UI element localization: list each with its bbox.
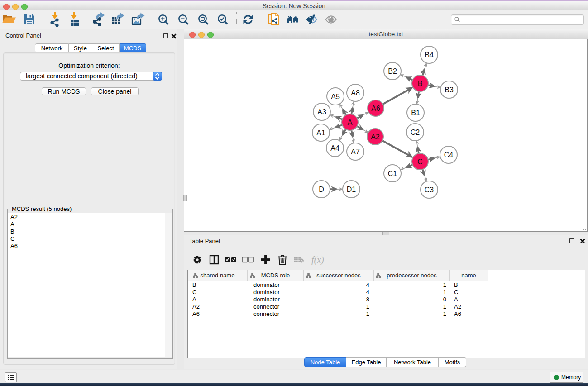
svg-text:A: A [348,119,353,126]
svg-text:A3: A3 [317,108,326,116]
svg-text:D1: D1 [347,186,356,193]
svg-text:B1: B1 [411,109,420,117]
svg-text:D: D [319,186,324,193]
svg-text:B3: B3 [445,86,454,94]
svg-text:A2: A2 [371,133,380,141]
svg-text:C: C [417,158,423,166]
svg-text:C2: C2 [411,129,420,136]
svg-text:A6: A6 [371,105,380,112]
svg-text:f(x): f(x) [311,255,324,265]
svg-text:B2: B2 [388,67,397,75]
svg-text:A7: A7 [351,148,360,156]
svg-text:A8: A8 [351,89,360,97]
svg-text:B4: B4 [425,51,434,59]
svg-text:C1: C1 [388,170,397,177]
svg-text:C3: C3 [425,186,434,194]
svg-text:B: B [418,80,423,87]
svg-text:A4: A4 [330,144,339,152]
svg-text:A5: A5 [331,93,340,100]
svg-text:C4: C4 [444,151,454,159]
svg-text:A1: A1 [316,129,325,137]
